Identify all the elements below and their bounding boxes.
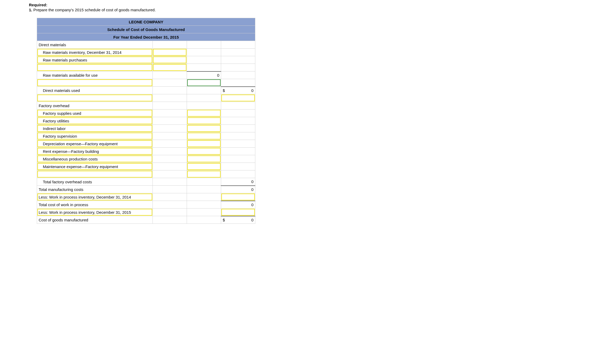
input-wip-end[interactable] — [221, 209, 255, 216]
cell-c25 — [187, 201, 221, 209]
cell-c22 — [187, 178, 221, 186]
cell-b13 — [153, 110, 187, 117]
row-indirect-labor[interactable]: Indirect labor — [37, 125, 153, 132]
input-misc-production[interactable] — [187, 155, 221, 163]
cogm-amount: 0 — [251, 218, 253, 222]
input-rent-expense[interactable] — [187, 148, 221, 155]
cell-d13 — [221, 110, 255, 117]
question-number: 1. — [29, 8, 32, 12]
row-blank-2[interactable] — [37, 79, 153, 87]
cell-c6 — [187, 56, 221, 64]
question-text: 1. Prepare the company's 2015 schedule o… — [29, 8, 590, 12]
input-depreciation[interactable] — [187, 140, 221, 148]
row-misc-production[interactable]: Miscellaneous production costs — [37, 155, 153, 163]
dmu-amount: 0 — [251, 88, 253, 93]
cell-d5 — [221, 49, 255, 56]
row-total-foh: Total factory overhead costs — [37, 178, 153, 186]
value-total-mfg-costs: 0 — [221, 186, 255, 193]
cell-c27 — [187, 216, 221, 224]
cell-b21 — [153, 170, 187, 178]
value-rm-available: 0 — [187, 71, 221, 79]
row-blank-4[interactable] — [37, 170, 153, 178]
input-blank-4-c[interactable] — [187, 170, 221, 178]
cell-c5 — [187, 49, 221, 56]
header-period: For Year Ended December 31, 2015 — [37, 33, 255, 41]
input-blank-1[interactable] — [153, 64, 187, 71]
question-body: Prepare the company's 2015 schedule of c… — [32, 8, 156, 12]
cell-b12 — [153, 102, 187, 110]
cell-d20 — [221, 163, 255, 170]
row-total-cost-wip: Total cost of work in process — [37, 201, 153, 209]
row-blank-3[interactable] — [37, 94, 153, 102]
cell-c12 — [187, 102, 221, 110]
cell-d18 — [221, 148, 255, 155]
cell-b16 — [153, 132, 187, 140]
row-wip-end[interactable]: Less: Work in process inventory, Decembe… — [37, 209, 153, 216]
cell-d6 — [221, 56, 255, 64]
question-heading: Required: 1. Prepare the company's 2015 … — [29, 3, 590, 12]
cell-d9 — [221, 79, 255, 87]
row-factory-overhead: Factory overhead — [37, 102, 153, 110]
row-rent-expense[interactable]: Rent expense—Factory building — [37, 148, 153, 155]
input-blank-3-d[interactable] — [221, 94, 255, 102]
input-wip-begin[interactable] — [221, 193, 255, 201]
dollar-sign: $ — [223, 218, 225, 222]
row-cogm: Cost of goods manufactured — [37, 216, 153, 224]
cell-b27 — [153, 216, 187, 224]
header-company: LEONE COMPANY — [37, 18, 255, 26]
cell-d4 — [221, 41, 255, 49]
cell-b17 — [153, 140, 187, 148]
row-factory-supplies[interactable]: Factory supplies used — [37, 110, 153, 117]
row-direct-materials-used: Direct materials used — [37, 87, 153, 94]
input-rm-purchases[interactable] — [153, 56, 187, 64]
input-rmi-begin[interactable] — [153, 49, 187, 56]
row-rm-available: Raw materials available for use — [37, 71, 153, 79]
value-total-cost-wip: 0 — [221, 201, 255, 209]
input-factory-supplies[interactable] — [187, 110, 221, 117]
row-factory-supervision[interactable]: Factory supervision — [37, 132, 153, 140]
row-total-mfg-costs: Total manufacturing costs — [37, 186, 153, 193]
cell-d15 — [221, 125, 255, 132]
cell-c26 — [187, 209, 221, 216]
required-label: Required: — [29, 3, 590, 7]
row-maintenance[interactable]: Maintenance expense—Factory equipment — [37, 163, 153, 170]
cell-b20 — [153, 163, 187, 170]
cell-d16 — [221, 132, 255, 140]
row-blank-1[interactable] — [37, 64, 153, 71]
cell-b9 — [153, 79, 187, 87]
row-depreciation[interactable]: Depreciation expense—Factory equipment — [37, 140, 153, 148]
cell-b8 — [153, 71, 187, 79]
cell-d14 — [221, 117, 255, 125]
row-direct-materials: Direct materials — [37, 41, 153, 49]
row-rm-purchases[interactable]: Raw materials purchases — [37, 56, 153, 64]
input-selected-cell[interactable] — [187, 79, 221, 87]
cell-c24 — [187, 193, 221, 201]
input-factory-supervision[interactable] — [187, 132, 221, 140]
cell-b25 — [153, 201, 187, 209]
cell-c11 — [187, 94, 221, 102]
input-maintenance[interactable] — [187, 163, 221, 170]
row-rmi-begin[interactable]: Raw materials inventory, December 31, 20… — [37, 49, 153, 56]
cell-d17 — [221, 140, 255, 148]
cell-b4 — [153, 41, 187, 49]
cell-b23 — [153, 186, 187, 193]
header-title: Schedule of Cost of Goods Manufactured — [37, 26, 255, 33]
value-total-foh: 0 — [221, 178, 255, 186]
row-factory-utilities[interactable]: Factory utilities — [37, 117, 153, 125]
row-wip-begin[interactable]: Less: Work in process inventory, Decembe… — [37, 193, 153, 201]
cell-b26 — [153, 209, 187, 216]
cell-d8 — [221, 71, 255, 79]
input-indirect-labor[interactable] — [187, 125, 221, 132]
cell-b18 — [153, 148, 187, 155]
cell-c7 — [187, 64, 221, 71]
value-direct-materials-used: $0 — [221, 87, 255, 94]
cell-b11 — [153, 94, 187, 102]
cell-b10 — [153, 87, 187, 94]
cell-b15 — [153, 125, 187, 132]
dollar-sign: $ — [223, 88, 225, 93]
cell-c4 — [187, 41, 221, 49]
input-factory-utilities[interactable] — [187, 117, 221, 125]
cell-b24 — [153, 193, 187, 201]
cell-c23 — [187, 186, 221, 193]
cell-d21 — [221, 170, 255, 178]
